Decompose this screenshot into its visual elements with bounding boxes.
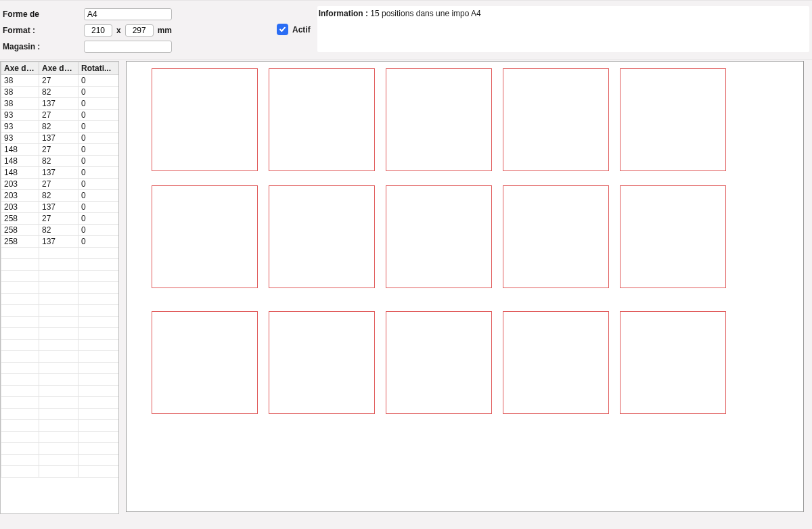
table-cell[interactable]: 82 <box>39 190 78 202</box>
impo-slot[interactable] <box>152 185 258 288</box>
table-cell[interactable] <box>78 409 119 420</box>
table-cell[interactable] <box>1 363 39 374</box>
table-row[interactable] <box>1 340 119 351</box>
table-cell[interactable] <box>1 432 39 443</box>
table-cell[interactable] <box>39 294 78 305</box>
impo-slot[interactable] <box>152 311 258 414</box>
table-cell[interactable] <box>78 386 119 397</box>
table-cell[interactable] <box>1 259 39 271</box>
impo-slot[interactable] <box>503 68 609 171</box>
table-cell[interactable] <box>78 328 119 340</box>
table-row[interactable] <box>1 282 119 294</box>
impo-slot[interactable] <box>620 311 726 414</box>
table-cell[interactable] <box>39 443 78 455</box>
table-row[interactable] <box>1 409 119 420</box>
table-cell[interactable]: 148 <box>1 167 39 179</box>
table-cell[interactable] <box>39 351 78 363</box>
table-row[interactable]: 203270 <box>1 179 119 190</box>
impo-slot[interactable] <box>386 68 492 171</box>
table-cell[interactable]: 258 <box>1 236 39 248</box>
table-cell[interactable]: 0 <box>78 236 119 248</box>
table-cell[interactable] <box>78 271 119 282</box>
table-cell[interactable] <box>1 340 39 351</box>
table-row[interactable]: 258270 <box>1 213 119 225</box>
table-cell[interactable] <box>78 432 119 443</box>
table-row[interactable] <box>1 305 119 317</box>
table-cell[interactable]: 82 <box>39 156 78 167</box>
table-row[interactable] <box>1 374 119 386</box>
table-cell[interactable] <box>39 282 78 294</box>
col-x-header[interactable]: Axe des x <box>1 62 39 75</box>
table-cell[interactable]: 203 <box>1 179 39 190</box>
impo-slot[interactable] <box>269 68 375 171</box>
table-cell[interactable]: 0 <box>78 202 119 213</box>
table-cell[interactable] <box>78 248 119 259</box>
table-cell[interactable]: 82 <box>39 121 78 133</box>
table-row[interactable] <box>1 420 119 432</box>
table-cell[interactable]: 0 <box>78 190 119 202</box>
table-cell[interactable]: 148 <box>1 156 39 167</box>
imposition-sheet[interactable] <box>126 61 804 512</box>
table-cell[interactable]: 0 <box>78 167 119 179</box>
table-cell[interactable] <box>1 328 39 340</box>
table-cell[interactable] <box>39 374 78 386</box>
table-cell[interactable] <box>78 455 119 466</box>
impo-slot[interactable] <box>386 311 492 414</box>
table-row[interactable] <box>1 386 119 397</box>
table-cell[interactable] <box>78 466 119 478</box>
impo-slot[interactable] <box>269 185 375 288</box>
table-row[interactable]: 2031370 <box>1 202 119 213</box>
table-row[interactable] <box>1 294 119 305</box>
table-cell[interactable] <box>1 374 39 386</box>
table-row[interactable] <box>1 248 119 259</box>
table-cell[interactable]: 137 <box>39 98 78 110</box>
table-cell[interactable] <box>1 409 39 420</box>
coordinate-table[interactable]: Axe des x Axe des y Rotati... 3827038820… <box>1 62 119 478</box>
table-cell[interactable] <box>39 409 78 420</box>
table-cell[interactable] <box>39 259 78 271</box>
table-cell[interactable] <box>78 294 119 305</box>
impo-slot[interactable] <box>620 185 726 288</box>
table-cell[interactable] <box>78 397 119 409</box>
table-cell[interactable] <box>78 420 119 432</box>
shape-input[interactable] <box>84 8 172 20</box>
table-cell[interactable]: 0 <box>78 225 119 236</box>
table-cell[interactable]: 0 <box>78 98 119 110</box>
table-cell[interactable] <box>39 317 78 328</box>
table-row[interactable]: 148270 <box>1 144 119 156</box>
table-cell[interactable] <box>39 397 78 409</box>
table-cell[interactable] <box>1 282 39 294</box>
col-rot-header[interactable]: Rotati... <box>78 62 119 75</box>
table-cell[interactable] <box>78 351 119 363</box>
table-row[interactable]: 93270 <box>1 110 119 121</box>
table-cell[interactable] <box>1 455 39 466</box>
table-cell[interactable]: 258 <box>1 213 39 225</box>
table-cell[interactable] <box>78 305 119 317</box>
impo-slot[interactable] <box>152 68 258 171</box>
table-cell[interactable] <box>39 305 78 317</box>
table-cell[interactable] <box>39 363 78 374</box>
table-row[interactable]: 38820 <box>1 87 119 98</box>
table-cell[interactable]: 27 <box>39 179 78 190</box>
col-y-header[interactable]: Axe des y <box>39 62 78 75</box>
table-cell[interactable]: 93 <box>1 110 39 121</box>
table-cell[interactable]: 258 <box>1 225 39 236</box>
table-cell[interactable]: 0 <box>78 87 119 98</box>
height-input[interactable] <box>125 24 154 37</box>
impo-slot[interactable] <box>386 185 492 288</box>
table-cell[interactable]: 0 <box>78 110 119 121</box>
table-row[interactable] <box>1 455 119 466</box>
table-cell[interactable]: 38 <box>1 98 39 110</box>
table-cell[interactable]: 27 <box>39 144 78 156</box>
table-cell[interactable]: 38 <box>1 75 39 87</box>
table-cell[interactable] <box>1 386 39 397</box>
table-row[interactable] <box>1 317 119 328</box>
table-cell[interactable]: 38 <box>1 87 39 98</box>
table-cell[interactable] <box>1 443 39 455</box>
table-cell[interactable] <box>78 443 119 455</box>
width-input[interactable] <box>84 24 112 37</box>
table-cell[interactable]: 0 <box>78 133 119 144</box>
table-cell[interactable]: 137 <box>39 236 78 248</box>
table-row[interactable]: 1481370 <box>1 167 119 179</box>
table-row[interactable] <box>1 351 119 363</box>
